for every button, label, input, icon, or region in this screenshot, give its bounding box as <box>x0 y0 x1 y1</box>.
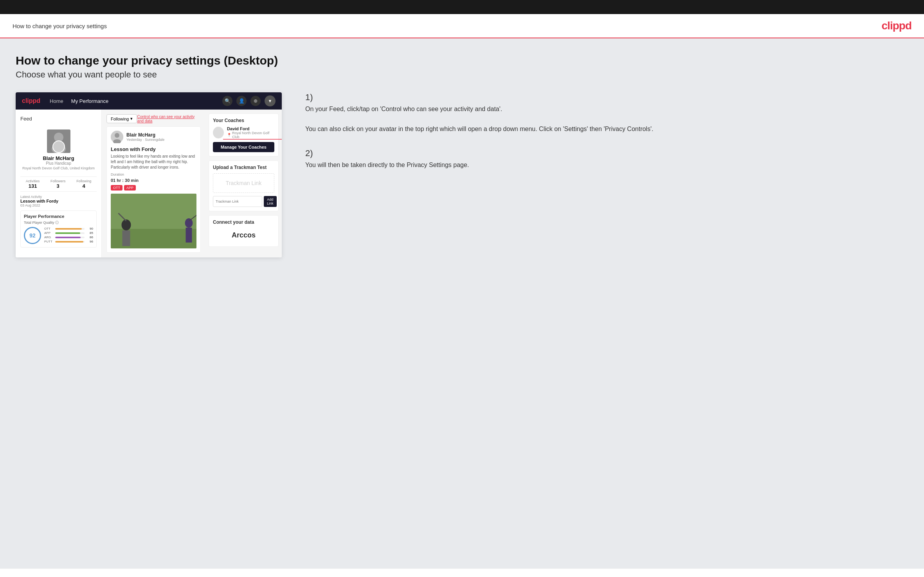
stat-activities-label: Activities <box>26 179 40 183</box>
activity-duration-label: Duration <box>111 173 196 176</box>
page-heading: How to change your privacy settings (Des… <box>16 54 908 67</box>
quality-score: 92 <box>24 227 41 244</box>
person-icon[interactable]: 👤 <box>236 96 247 106</box>
stat-followers-label: Followers <box>50 179 66 183</box>
manage-coaches-button[interactable]: Manage Your Coaches <box>213 142 274 152</box>
latest-activity-label: Latest Activity <box>20 195 97 199</box>
app-nav: clippd Home My Performance 🔍 👤 ⊕ ▼ <box>16 92 282 110</box>
location-icon: 📍 <box>227 133 231 137</box>
activity-user-avatar <box>111 131 123 143</box>
instructions-panel: 1) On your Feed, click/tap on 'Control w… <box>297 92 908 184</box>
bar-ott: OTT 90 <box>44 227 93 230</box>
user-avatar[interactable]: ▼ <box>265 95 276 106</box>
activity-card: Blair McHarg Yesterday · Sunningdale Les… <box>106 126 201 253</box>
following-label: Following <box>111 117 129 121</box>
site-header: How to change your privacy settings clip… <box>0 14 924 38</box>
bar-app-label: APP <box>44 231 54 235</box>
bar-putt: PUTT 96 <box>44 240 93 243</box>
stat-followers-value: 3 <box>50 183 66 189</box>
nav-icons: 🔍 👤 ⊕ ▼ <box>222 95 276 106</box>
bar-arg: ARG 86 <box>44 235 93 239</box>
coaches-panel: Your Coaches David Ford 📍 Royal North De… <box>209 113 279 156</box>
instruction-1-number: 1) <box>305 92 901 102</box>
instruction-1: 1) On your Feed, click/tap on 'Control w… <box>305 92 901 134</box>
activity-user: Blair McHarg Yesterday · Sunningdale <box>111 131 196 143</box>
app-screenshot: clippd Home My Performance 🔍 👤 ⊕ ▼ Feed <box>16 92 282 257</box>
bar-putt-val: 96 <box>86 240 93 243</box>
activity-duration-value: 01 hr : 30 min <box>111 178 196 183</box>
nav-my-performance[interactable]: My Performance <box>71 98 108 104</box>
bar-app-val: 85 <box>86 231 93 235</box>
tag-app: APP <box>124 185 136 191</box>
stat-activities: Activities 131 <box>26 179 40 189</box>
bar-ott-val: 90 <box>86 227 93 230</box>
coach-club-text: Royal North Devon Golf Club <box>232 131 274 139</box>
svg-rect-12 <box>186 228 192 243</box>
nav-home[interactable]: Home <box>50 98 63 104</box>
svg-point-4 <box>115 133 119 138</box>
latest-activity-date: 03 Aug 2022 <box>20 203 97 207</box>
coach-club: 📍 Royal North Devon Golf Club <box>227 131 274 139</box>
activity-title: Lesson with Fordy <box>111 146 196 152</box>
feed-tab[interactable]: Feed <box>20 114 97 123</box>
instruction-2-number: 2) <box>305 148 901 158</box>
site-footer: Copyright Clippd 2022 <box>0 568 924 577</box>
stat-following: Following 4 <box>76 179 91 189</box>
profile-club: Royal North Devon Golf Club, United King… <box>22 166 95 170</box>
control-privacy-link[interactable]: Control who can see your activity and da… <box>137 115 201 123</box>
stat-followers: Followers 3 <box>50 179 66 189</box>
instruction-2-text: You will then be taken directly to the P… <box>305 160 901 170</box>
trackman-link-input[interactable] <box>213 196 262 207</box>
bar-ott-track <box>55 228 85 230</box>
player-performance-title: Player Performance <box>24 214 93 219</box>
bar-arg-label: ARG <box>44 235 54 239</box>
app-body: Feed Blair McH <box>16 110 282 257</box>
activity-user-info: Blair McHarg Yesterday · Sunningdale <box>126 132 164 142</box>
trackman-add-button[interactable]: Add Link <box>264 196 277 207</box>
bar-putt-fill <box>55 241 83 243</box>
trackman-panel: Upload a Trackman Test Trackman Link Add… <box>209 160 279 211</box>
quality-row: 92 OTT 90 APP <box>24 227 93 244</box>
bar-ott-label: OTT <box>44 227 54 230</box>
tag-ott: OTT <box>111 185 122 191</box>
following-button[interactable]: Following ▾ <box>106 114 137 123</box>
bar-putt-track <box>55 241 85 243</box>
instruction-1-text: On your Feed, click/tap on 'Control who … <box>305 104 901 134</box>
nav-links: Home My Performance <box>50 98 222 104</box>
stat-following-value: 4 <box>76 183 91 189</box>
activity-user-name: Blair McHarg <box>126 132 164 138</box>
coach-avatar <box>213 127 224 138</box>
instruction-2: 2) You will then be taken directly to th… <box>305 148 901 170</box>
main-content: How to change your privacy settings (Des… <box>0 38 924 568</box>
bar-ott-fill <box>55 228 82 230</box>
page-title: How to change your privacy settings <box>13 23 107 29</box>
connect-title: Connect your data <box>213 219 274 225</box>
trackman-placeholder: Trackman Link <box>213 173 274 193</box>
coach-row: David Ford 📍 Royal North Devon Golf Club <box>213 126 274 139</box>
app-right-panel: Your Coaches David Ford 📍 Royal North De… <box>205 110 282 257</box>
bar-app: APP 85 <box>44 231 93 235</box>
feed-header: Following ▾ Control who can see your act… <box>106 114 201 123</box>
app-feed: Following ▾ Control who can see your act… <box>102 110 205 257</box>
profile-stats: Activities 131 Followers 3 Following 4 <box>20 176 97 192</box>
player-performance-panel: Player Performance Total Player Quality … <box>20 210 97 248</box>
coach-info: David Ford 📍 Royal North Devon Golf Club <box>227 126 274 139</box>
profile-badge: Plus Handicap <box>22 161 95 165</box>
latest-activity-section: Latest Activity Lesson with Fordy 03 Aug… <box>20 195 97 207</box>
profile-name: Blair McHarg <box>22 155 95 161</box>
bar-app-fill <box>55 232 80 234</box>
trackman-input-row: Add Link <box>213 196 274 207</box>
bar-putt-label: PUTT <box>44 240 54 243</box>
bar-arg-track <box>55 237 85 238</box>
svg-point-8 <box>122 219 131 230</box>
svg-rect-9 <box>122 230 130 246</box>
search-icon[interactable]: 🔍 <box>222 96 232 106</box>
latest-activity-title: Lesson with Fordy <box>20 199 97 203</box>
svg-point-11 <box>185 218 193 228</box>
page-subheading: Choose what you want people to see <box>16 70 908 80</box>
stat-following-label: Following <box>76 179 91 183</box>
profile-card: Blair McHarg Plus Handicap Royal North D… <box>20 126 97 173</box>
app-logo: clippd <box>22 97 40 104</box>
arccos-logo: Arccos <box>213 228 274 243</box>
add-icon[interactable]: ⊕ <box>250 96 261 106</box>
